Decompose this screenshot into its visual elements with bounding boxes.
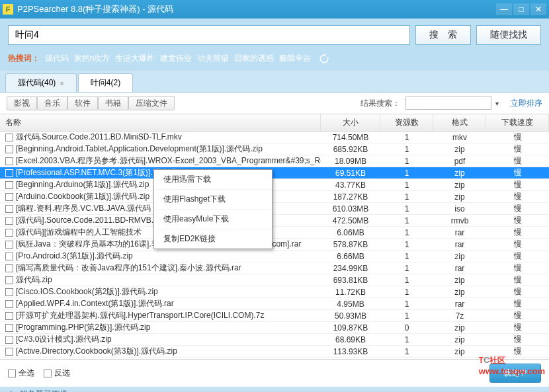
hotword-link[interactable]: 功夫熊猫 xyxy=(197,54,229,63)
cell: 慢 xyxy=(486,214,549,227)
table-row[interactable]: 源代码.2011.BD1080P英语中英双字.mp44.07GB1mp4慢 xyxy=(0,358,549,359)
cell: zip xyxy=(433,334,486,345)
row-checkbox[interactable] xyxy=(5,324,13,332)
search-input[interactable] xyxy=(8,25,410,45)
cell: zip xyxy=(433,287,486,297)
dropdown-icon[interactable]: ▾ xyxy=(495,100,499,107)
row-checkbox[interactable] xyxy=(5,217,13,225)
cell: 1 xyxy=(380,334,433,345)
row-checkbox[interactable] xyxy=(5,253,13,260)
cell: 1 xyxy=(380,239,433,250)
hotword-link[interactable]: 建党伟业 xyxy=(160,54,192,63)
col-format[interactable]: 格式 xyxy=(433,114,486,131)
row-checkbox[interactable] xyxy=(5,169,13,177)
grid-body[interactable]: 源代码.Source.Code.2011.BD.MiniSD-TLF.mkv71… xyxy=(0,132,549,359)
col-sources[interactable]: 资源数 xyxy=(380,114,433,131)
sort-button[interactable]: 立即排序 xyxy=(511,98,542,109)
hotword-link[interactable]: 家的n次方 xyxy=(74,54,110,63)
category-button[interactable]: 软件 xyxy=(67,96,98,110)
row-checkbox[interactable] xyxy=(5,145,13,153)
context-menu-item[interactable]: 使用迅雷下载 xyxy=(154,170,272,190)
download-selected-button[interactable]: 载选中 xyxy=(489,364,541,383)
close-button[interactable]: ✕ xyxy=(530,3,546,15)
table-row[interactable]: [Applied.WPF.4.in.Context(第1版)].源代码.rar4… xyxy=(0,298,549,310)
search-button[interactable]: 搜 索 xyxy=(415,25,471,45)
cell: 慢 xyxy=(486,297,549,310)
context-menu-item[interactable]: 复制ED2K链接 xyxy=(154,229,272,249)
row-checkbox[interactable] xyxy=(5,229,13,237)
category-button[interactable]: 音乐 xyxy=(37,96,67,110)
row-checkbox[interactable] xyxy=(5,193,13,201)
table-row[interactable]: [编程.资料.程序员.VC.VB.JAVA.源代码610.03MB1iso慢 xyxy=(0,203,549,215)
table-row[interactable]: [Professional.ASP.NET.MVC.3(第1版)].源代码69.… xyxy=(0,167,549,179)
context-menu-item[interactable]: 使用easyMule下载 xyxy=(154,210,272,229)
category-button[interactable]: 书籍 xyxy=(98,96,128,110)
row-checkbox[interactable] xyxy=(5,264,13,272)
result-filter-input[interactable] xyxy=(405,97,491,110)
row-checkbox[interactable] xyxy=(5,276,13,284)
refresh-icon[interactable] xyxy=(319,54,329,64)
row-name: [开源可扩充处理器架构.源代码].HyperTransport.IP.Core(… xyxy=(16,310,264,321)
row-checkbox[interactable] xyxy=(5,241,13,249)
table-row[interactable]: [源代码].Source.Code.2011.BD-RMVB.*472.50MB… xyxy=(0,215,549,227)
cell: 1 xyxy=(380,168,433,178)
cell: 慢 xyxy=(486,143,549,155)
table-row[interactable]: [Arduino.Cookbook(第1版)].源代码.zip187.27KB1… xyxy=(0,191,549,203)
category-button[interactable]: 压缩文件 xyxy=(128,96,175,110)
col-speed[interactable]: 下载速度 xyxy=(486,114,549,131)
row-name: [编写高质量代码：改善Java程序的151个建议].秦小波.源代码.rar xyxy=(16,262,241,274)
col-name[interactable]: 名称 xyxy=(0,114,321,131)
row-name: [Beginning.Android.Tablet.Application.De… xyxy=(16,143,263,155)
row-checkbox[interactable] xyxy=(5,348,13,356)
table-row[interactable]: [Pro.Android.3(第1版)].源代码.zip6.66MB1zip慢 xyxy=(0,251,549,262)
row-name: [Pro.Android.3(第1版)].源代码.zip xyxy=(16,251,133,262)
row-checkbox[interactable] xyxy=(5,312,13,320)
col-size[interactable]: 大小 xyxy=(321,114,380,131)
row-checkbox[interactable] xyxy=(5,157,13,165)
cell: 1 xyxy=(380,180,433,190)
row-name: 源代码.zip xyxy=(16,274,52,286)
cell: 6.66MB xyxy=(321,251,380,262)
row-name: [源代码][游戏编程中的人工智能技术 xyxy=(16,227,142,238)
tab[interactable]: 源代码(40)× xyxy=(5,73,77,92)
select-all-checkbox[interactable]: 全选 xyxy=(8,368,34,379)
row-checkbox[interactable] xyxy=(5,336,13,344)
cell: 慢 xyxy=(486,190,549,203)
table-row[interactable]: [疯狂Java：突破程序员基本功的16课].李刚.源代码[学习库www.xuex… xyxy=(0,239,549,251)
cell: 慢 xyxy=(486,274,549,286)
table-row[interactable]: [Excel.2003.VBA.程序员参考.源代码].WROX-Excel_20… xyxy=(0,155,549,167)
cell: mp4 xyxy=(433,358,486,360)
table-row[interactable]: [源代码][游戏编程中的人工智能技术6.06MB1rar慢 xyxy=(0,227,549,239)
table-row[interactable]: [编写高质量代码：改善Java程序的151个建议].秦小波.源代码.rar234… xyxy=(0,262,549,274)
row-checkbox[interactable] xyxy=(5,181,13,189)
tab[interactable]: 叶问4(2) xyxy=(78,73,133,92)
row-checkbox[interactable] xyxy=(5,205,13,213)
row-checkbox[interactable] xyxy=(5,134,13,141)
hotword-link[interactable]: 极限幸运 xyxy=(279,54,311,63)
table-row[interactable]: [C#3.0设计模式].源代码.zip68.69KB1zip慢 xyxy=(0,334,549,346)
close-icon[interactable]: × xyxy=(60,79,63,87)
result-filter-label: 结果搜索： xyxy=(360,98,400,109)
context-menu-item[interactable]: 使用Flashget下载 xyxy=(154,190,272,210)
table-row[interactable]: [Beginning.Arduino(第1版)].源代码.zip43.77KB1… xyxy=(0,179,549,191)
cell: rar xyxy=(433,239,486,250)
row-checkbox[interactable] xyxy=(5,288,13,296)
table-row[interactable]: [Programming.PHP(第2版)].源代码.zip109.87KB0z… xyxy=(0,322,549,334)
table-row[interactable]: [Active.Directory.Cookbook(第3版)].源代码.zip… xyxy=(0,346,549,358)
row-checkbox[interactable] xyxy=(5,300,13,308)
cell: 慢 xyxy=(486,262,549,274)
table-row[interactable]: 源代码.zip693.81KB1zip慢 xyxy=(0,274,549,286)
table-row[interactable]: [Beginning.Android.Tablet.Application.De… xyxy=(0,143,549,155)
hotword-link[interactable]: 回家的诱惑 xyxy=(234,54,274,63)
random-button[interactable]: 随便找找 xyxy=(476,25,541,45)
maximize-button[interactable]: □ xyxy=(513,3,529,15)
category-button[interactable]: 影视 xyxy=(7,96,37,110)
hotword-link[interactable]: 源代码 xyxy=(45,54,69,63)
table-row[interactable]: [开源可扩充处理器架构.源代码].HyperTransport.IP.Core(… xyxy=(0,310,549,322)
table-row[interactable]: [Cisco.IOS.Cookbook(第2版)].源代码.zip11.72KB… xyxy=(0,286,549,298)
minimize-button[interactable]: — xyxy=(496,3,512,15)
cell: 1 xyxy=(380,311,433,321)
invert-checkbox[interactable]: 反选 xyxy=(44,368,70,379)
table-row[interactable]: 源代码.Source.Code.2011.BD.MiniSD-TLF.mkv71… xyxy=(0,132,549,143)
hotword-link[interactable]: 生活大爆炸 xyxy=(115,54,155,63)
